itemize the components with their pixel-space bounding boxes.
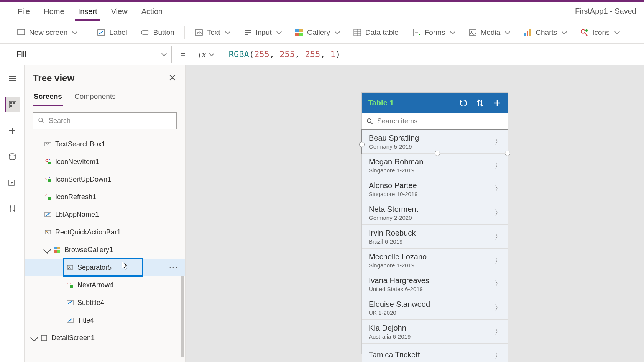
chevron-right-icon: 〉 [495,255,502,265]
tree-node-iconrefresh1[interactable]: IconRefresh1 [25,188,185,206]
media-button[interactable]: Media [462,25,516,40]
close-button[interactable]: ✕ [168,72,177,84]
tree-node-nextarrow4[interactable]: NextArrow4 [25,276,185,294]
chevron-down-icon [276,29,282,34]
media-icon [468,28,477,37]
item-title: Ivana Hargreaves [369,276,429,285]
text-icon: ab [195,28,203,37]
tab-components[interactable]: Components [74,88,117,106]
svg-point-66 [68,283,70,285]
menu-action[interactable]: Action [135,3,170,20]
text-label: Text [207,28,220,37]
label-icon [67,299,74,306]
media-panel-button[interactable] [5,175,20,190]
hamburger-button[interactable] [5,71,20,86]
equals-sign: = [178,49,188,60]
insert-button[interactable] [5,123,20,138]
menu-bar: File Home Insert View Action FirstApp1 -… [0,2,644,21]
text-button[interactable]: ab Text [189,25,236,40]
phone-search-input[interactable] [377,117,503,125]
formula-input[interactable]: RGBA(255, 255, 255, 1) [223,46,633,63]
svg-rect-60 [54,247,57,249]
list-item[interactable]: Kia DejohnAustralia 6-2019〉 [362,320,508,344]
tree-node-textsearchbox1[interactable]: abTextSearchBox1 [25,135,185,153]
item-title: Megan Rohman [369,157,423,166]
list-item[interactable]: Mechelle LozanoSingapore 1-2019〉 [362,249,508,272]
svg-line-70 [68,301,72,304]
add-icon[interactable] [493,99,501,107]
chevron-right-icon: 〉 [495,160,502,170]
svg-line-2 [99,31,104,34]
svg-point-47 [46,159,48,162]
button-icon [141,28,150,37]
more-button[interactable]: ··· [169,262,178,272]
phone-search[interactable] [362,113,508,130]
item-subtitle: United States 6-2019 [369,286,429,292]
formula-arg: 255 [254,49,269,59]
menu-home[interactable]: Home [37,3,71,20]
phone-list: Beau SpratlingGermany 5-2019〉Megan Rohma… [362,130,508,362]
data-table-button[interactable]: Data table [347,25,405,40]
chevron-right-icon: 〉 [495,208,502,218]
tree-node-detailscreen1[interactable]: DetailScreen1 [25,329,185,347]
menu-file[interactable]: File [11,3,37,20]
label-button[interactable]: Label [91,25,133,40]
chevron-down-icon [450,29,455,34]
chevron-down-icon [209,51,214,56]
tree-node-rectquickactionbar1[interactable]: RectQuickActionBar1 [25,223,185,241]
menu-view[interactable]: View [104,3,135,20]
new-screen-button[interactable]: New screen [11,25,83,40]
tree-node-label: Subtitle4 [77,299,104,307]
tab-screens[interactable]: Screens [33,88,63,106]
sort-icon[interactable] [476,99,485,107]
property-dropdown[interactable]: Fill [11,46,172,63]
list-item[interactable]: Elouise StanwoodUK 1-2020〉 [362,296,508,320]
advanced-button[interactable] [5,201,20,216]
svg-point-65 [69,266,70,267]
tree-view-button[interactable] [5,97,20,112]
fx-button[interactable]: ƒx [194,49,217,59]
chevron-down-icon[interactable] [43,246,51,254]
list-item[interactable]: Alonso ParteeSingapore 10-2019〉 [362,177,508,201]
charts-button[interactable]: Charts [517,25,572,40]
refresh-icon[interactable] [459,99,468,107]
tree-node-label: LblAppName1 [55,211,99,219]
canvas[interactable]: Table 1 Beau SpratlingGermany 5-2019〉Meg… [186,65,644,362]
svg-rect-34 [10,105,12,107]
list-item[interactable]: Irvin RoebuckBrazil 6-2019〉 [362,225,508,249]
tree-node-lblappname1[interactable]: LblAppName1 [25,206,185,223]
forms-label: Forms [425,28,445,37]
input-button[interactable]: Input [237,25,287,40]
tree-node-iconsortupdown1[interactable]: IconSortUpDown1 [25,170,185,188]
list-item[interactable]: Beau SpratlingGermany 5-2019〉 [362,130,508,154]
input-icon [243,28,252,37]
charts-icon [523,28,532,37]
list-item[interactable]: Neta StormentGermany 2-2020〉 [362,201,508,225]
icons-label: Icons [592,28,610,37]
tree-node-subtitle4[interactable]: Subtitle4 [25,294,185,311]
gallery-button[interactable]: Gallery [289,25,345,40]
svg-rect-67 [70,285,73,288]
separator [87,26,87,39]
icons-button[interactable]: Icons [574,25,625,40]
forms-button[interactable]: Forms [406,25,461,40]
button-button[interactable]: Button [135,25,181,40]
formula-arg: 255 [279,49,295,59]
chevron-down-icon[interactable] [30,334,38,342]
tree-node-iconnewitem1[interactable]: IconNewItem1 [25,153,185,170]
svg-rect-51 [48,179,51,182]
app-title: FirstApp1 - Saved [575,7,636,16]
svg-point-27 [585,29,588,32]
tree-node-title4[interactable]: Title4 [25,311,185,329]
left-rail [0,65,25,362]
list-item[interactable]: Tamica Trickett〉 [362,344,508,362]
menu-insert[interactable]: Insert [71,3,104,20]
tree-node-separator5[interactable]: Separator5··· [25,259,185,276]
list-item[interactable]: Megan RohmanSingapore 1-2019〉 [362,154,508,177]
item-title: Neta Storment [369,205,418,214]
phone-header: Table 1 [362,93,508,113]
tree-search[interactable]: Search [33,112,177,129]
tree-node-browsegallery1[interactable]: BrowseGallery1 [25,241,185,259]
list-item[interactable]: Ivana HargreavesUnited States 6-2019〉 [362,272,508,296]
data-button[interactable] [5,149,20,164]
